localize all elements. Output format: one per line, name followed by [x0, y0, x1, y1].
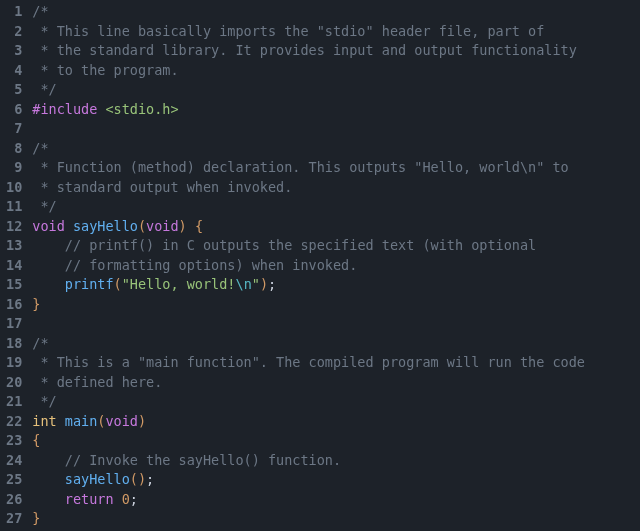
token-func: sayHello — [65, 471, 130, 487]
line-number: 17 — [6, 314, 22, 334]
line-number: 16 — [6, 295, 22, 315]
token-func: sayHello — [73, 218, 138, 234]
code-line: } — [32, 295, 640, 315]
code-line: * standard output when invoked. — [32, 178, 640, 198]
token-punct — [32, 257, 65, 273]
token-punct — [32, 276, 65, 292]
code-line: void sayHello(void) { — [32, 217, 640, 237]
token-comment: // formatting options) when invoked. — [65, 257, 358, 273]
token-number: 0 — [122, 491, 130, 507]
code-line: int main(void) — [32, 412, 640, 432]
line-number: 3 — [6, 41, 22, 61]
code-line: #include <stdio.h> — [32, 100, 640, 120]
line-number: 22 — [6, 412, 22, 432]
token-punct — [32, 452, 65, 468]
token-punct — [65, 218, 73, 234]
code-line: return 0; — [32, 490, 640, 510]
code-line: sayHello(); — [32, 470, 640, 490]
token-paren: () — [130, 471, 146, 487]
line-number: 15 — [6, 275, 22, 295]
token-comment: */ — [32, 393, 56, 409]
token-paren: ) — [179, 218, 187, 234]
token-string: " — [252, 276, 260, 292]
line-number: 18 — [6, 334, 22, 354]
token-comment: * the standard library. It provides inpu… — [32, 42, 577, 58]
token-comment: */ — [32, 81, 56, 97]
code-line: } — [32, 509, 640, 529]
line-number: 14 — [6, 256, 22, 276]
line-number: 26 — [6, 490, 22, 510]
token-comment: // printf() in C outputs the specified t… — [65, 237, 536, 253]
code-line — [32, 119, 640, 139]
code-line: /* — [32, 334, 640, 354]
line-number: 19 — [6, 353, 22, 373]
line-number: 10 — [6, 178, 22, 198]
token-keyword: void — [32, 218, 65, 234]
token-punct: ; — [268, 276, 276, 292]
code-area: /* * This line basically imports the "st… — [32, 2, 640, 529]
token-punct: ; — [130, 491, 138, 507]
line-number: 11 — [6, 197, 22, 217]
token-paren: ) — [260, 276, 268, 292]
line-number: 2 — [6, 22, 22, 42]
line-number: 7 — [6, 119, 22, 139]
token-preproc: #include — [32, 101, 97, 117]
token-punct — [114, 491, 122, 507]
line-number: 8 — [6, 139, 22, 159]
line-number: 25 — [6, 470, 22, 490]
token-comment: /* — [32, 3, 48, 19]
token-paren: ( — [114, 276, 122, 292]
code-editor: 1234567891011121314151617181920212223242… — [0, 0, 640, 531]
code-line: // Invoke the sayHello() function. — [32, 451, 640, 471]
line-number: 12 — [6, 217, 22, 237]
code-line: */ — [32, 392, 640, 412]
line-number: 27 — [6, 509, 22, 529]
token-comment: /* — [32, 140, 48, 156]
code-line: * Function (method) declaration. This ou… — [32, 158, 640, 178]
code-line: * This line basically imports the "stdio… — [32, 22, 640, 42]
line-number: 20 — [6, 373, 22, 393]
token-paren: ) — [138, 413, 146, 429]
line-number: 13 — [6, 236, 22, 256]
token-punct — [32, 471, 65, 487]
token-comment: * standard output when invoked. — [32, 179, 292, 195]
line-number: 21 — [6, 392, 22, 412]
token-punct — [187, 218, 195, 234]
token-paren: { — [32, 432, 40, 448]
line-number: 1 — [6, 2, 22, 22]
token-paren: } — [32, 296, 40, 312]
token-paren: } — [32, 510, 40, 526]
token-comment: */ — [32, 198, 56, 214]
code-line: { — [32, 431, 640, 451]
token-func: printf — [65, 276, 114, 292]
token-punct — [32, 491, 65, 507]
line-number-gutter: 1234567891011121314151617181920212223242… — [0, 2, 32, 529]
code-line — [32, 314, 640, 334]
line-number: 4 — [6, 61, 22, 81]
token-type: int — [32, 413, 56, 429]
token-comment: /* — [32, 335, 48, 351]
code-line: // formatting options) when invoked. — [32, 256, 640, 276]
token-string: "Hello, world! — [122, 276, 236, 292]
token-escape: \n — [236, 276, 252, 292]
code-line: /* — [32, 139, 640, 159]
code-line: * This is a "main function". The compile… — [32, 353, 640, 373]
code-line: * to the program. — [32, 61, 640, 81]
code-line: printf("Hello, world!\n"); — [32, 275, 640, 295]
token-include: <stdio.h> — [105, 101, 178, 117]
token-comment: // Invoke the sayHello() function. — [65, 452, 341, 468]
token-paren: ( — [138, 218, 146, 234]
token-punct — [57, 413, 65, 429]
code-line: */ — [32, 197, 640, 217]
token-comment: * defined here. — [32, 374, 162, 390]
token-punct — [32, 237, 65, 253]
token-comment: * Function (method) declaration. This ou… — [32, 159, 568, 175]
token-comment: * This line basically imports the "stdio… — [32, 23, 544, 39]
line-number: 6 — [6, 100, 22, 120]
code-line: // printf() in C outputs the specified t… — [32, 236, 640, 256]
token-keyword: void — [105, 413, 138, 429]
line-number: 9 — [6, 158, 22, 178]
token-punct: ; — [146, 471, 154, 487]
code-line: /* — [32, 2, 640, 22]
token-keyword: return — [65, 491, 114, 507]
